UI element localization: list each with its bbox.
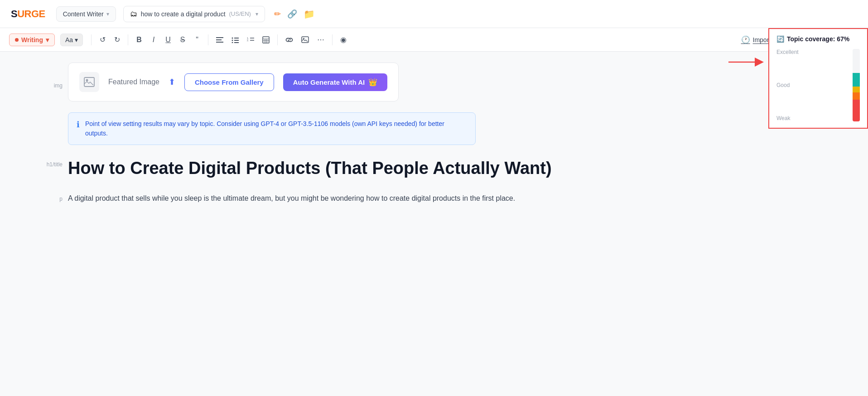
document-tab[interactable]: 🗂 how to create a digital product (US/EN…: [123, 6, 265, 22]
table-button[interactable]: [259, 34, 273, 46]
edit-pencil-icon[interactable]: ✏: [274, 9, 281, 19]
undo-button[interactable]: ↺: [96, 33, 109, 46]
writing-label: Writing: [21, 36, 43, 43]
editor-toolbar: Writing ▾ Aa ▾ ↺ ↻ B I U S " 1.2. ⋯ ◉ 🕐 …: [0, 28, 868, 52]
topic-coverage-title: 🔄 Topic coverage: 67%: [776, 35, 860, 43]
ai-btn-label: Auto Generate With AI: [293, 78, 365, 86]
crown-icon: 👑: [368, 78, 377, 87]
upload-button[interactable]: ⬆: [169, 77, 175, 87]
writing-chevron-icon: ▾: [46, 36, 49, 43]
clock-icon: 🕐: [741, 35, 750, 44]
weak-label: Weak: [776, 115, 799, 121]
info-text: Point of view setting results may vary b…: [85, 119, 467, 138]
italic-button[interactable]: I: [147, 34, 160, 46]
link-button[interactable]: [282, 35, 296, 44]
h1-side-label: h1/title: [36, 161, 68, 168]
ordered-list-button[interactable]: 1.2.: [244, 34, 257, 45]
writing-dot-icon: [15, 38, 19, 42]
toolbar-separator-2: [128, 34, 128, 45]
font-selector[interactable]: Aa ▾: [60, 34, 83, 46]
choose-from-gallery-button[interactable]: Choose From Gallery: [184, 73, 274, 91]
coverage-bar-track: [853, 49, 860, 121]
unordered-list-button[interactable]: [228, 34, 242, 45]
svg-text:2.: 2.: [247, 39, 249, 42]
featured-image-section: Featured Image ⬆ Choose From Gallery Aut…: [68, 63, 399, 101]
coverage-labels: Excellent Good Weak: [776, 49, 799, 121]
featured-image-label: Featured Image: [108, 78, 159, 86]
topic-coverage-arrow: [728, 55, 765, 69]
good-label: Good: [776, 82, 799, 88]
orange-fill: [853, 92, 860, 100]
red-fill: [853, 100, 860, 121]
doc-chevron-icon: ▾: [256, 11, 258, 17]
logo-urge: URGE: [17, 8, 45, 20]
article-paragraph[interactable]: A digital product that sells while you s…: [68, 192, 515, 204]
auto-generate-ai-button[interactable]: Auto Generate With AI 👑: [283, 73, 387, 91]
redo-button[interactable]: ↻: [111, 33, 123, 46]
info-box: ℹ Point of view setting results may vary…: [68, 112, 476, 145]
featured-image-icon: [79, 72, 99, 92]
svg-point-19: [303, 38, 304, 39]
preview-button[interactable]: ◉: [337, 33, 350, 46]
sync-icon: 🔄: [776, 35, 784, 43]
topic-coverage-panel: 🔄 Topic coverage: 67% Excellent Good Wea…: [768, 28, 868, 129]
more-options-button[interactable]: ⋯: [314, 33, 328, 46]
align-left-button[interactable]: [213, 34, 227, 45]
coverage-bar: Excellent Good Weak: [776, 49, 860, 121]
svg-point-22: [86, 79, 88, 82]
paragraph-row: p A digital product that sells while you…: [36, 192, 580, 204]
writing-mode-button[interactable]: Writing ▾: [9, 34, 55, 46]
svg-point-3: [232, 37, 233, 39]
toolbar-separator-1: [91, 34, 92, 45]
h1-row: h1/title How to Create Digital Products …: [36, 158, 580, 192]
image-button[interactable]: [298, 34, 312, 45]
upload-icon: ⬆: [169, 77, 175, 87]
doc-locale: (US/EN): [229, 10, 251, 17]
svg-rect-21: [84, 77, 94, 87]
excellent-label: Excellent: [776, 49, 799, 55]
img-label-row: img Featured Image ⬆ Choose From Gallery…: [36, 63, 580, 109]
svg-point-5: [232, 42, 233, 43]
article-title[interactable]: How to Create Digital Products (That Peo…: [68, 158, 552, 179]
info-icon: ℹ: [77, 120, 80, 130]
logo-s: S: [11, 8, 17, 20]
svg-point-4: [232, 39, 233, 41]
font-label: Aa: [65, 36, 73, 43]
toolbar-separator-5: [332, 34, 333, 45]
content-writer-dropdown[interactable]: Content Writer ▾: [56, 6, 116, 22]
teal-fill: [853, 73, 860, 87]
img-side-label: img: [36, 82, 68, 89]
doc-title: how to create a digital product: [141, 10, 226, 18]
top-nav: SURGE Content Writer ▾ 🗂 how to create a…: [0, 0, 868, 28]
font-chevron-icon: ▾: [75, 36, 78, 43]
gallery-btn-label: Choose From Gallery: [195, 78, 264, 86]
toolbar-separator-3: [208, 34, 208, 45]
doc-stack-icon: 🗂: [130, 10, 137, 18]
link-icon[interactable]: 🔗: [287, 9, 297, 19]
p-side-label: p: [36, 196, 68, 202]
content-writer-label: Content Writer: [63, 10, 104, 18]
main-content: img Featured Image ⬆ Choose From Gallery…: [0, 52, 598, 222]
chevron-down-icon: ▾: [106, 11, 109, 17]
toolbar-separator-4: [277, 34, 278, 45]
quote-button[interactable]: ": [191, 34, 203, 46]
nav-action-icons: ✏ 🔗 📁: [274, 9, 315, 19]
yellow-fill: [853, 87, 860, 92]
underline-button[interactable]: U: [162, 34, 174, 46]
bold-button[interactable]: B: [133, 34, 145, 46]
strikethrough-button[interactable]: S: [176, 34, 189, 46]
folder-icon[interactable]: 📁: [304, 9, 315, 19]
logo: SURGE: [11, 8, 45, 20]
svg-rect-13: [263, 37, 269, 43]
